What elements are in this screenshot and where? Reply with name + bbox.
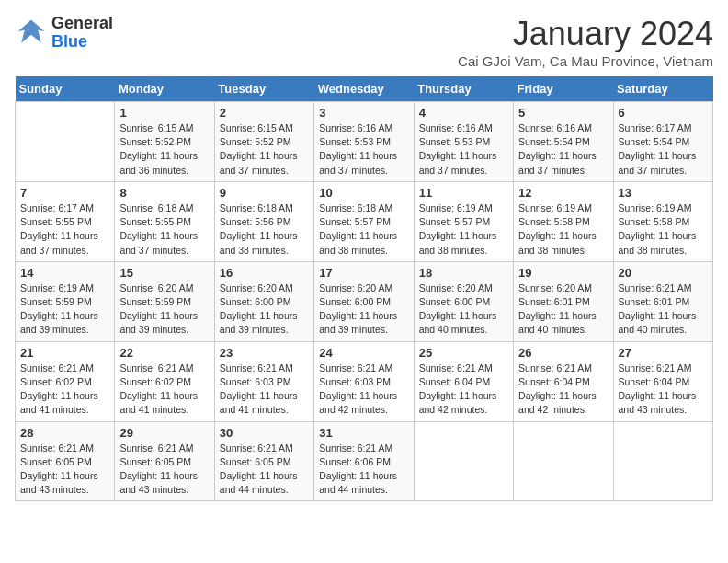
day-number: 9: [220, 186, 309, 200]
day-header-monday: Monday: [115, 76, 214, 102]
day-number: 11: [419, 186, 508, 200]
day-details: Sunrise: 6:15 AMSunset: 5:52 PMDaylight:…: [220, 121, 309, 178]
calendar-cell: 30Sunrise: 6:21 AMSunset: 6:05 PMDayligh…: [214, 421, 313, 501]
calendar-cell: 24Sunrise: 6:21 AMSunset: 6:03 PMDayligh…: [314, 341, 414, 421]
title-area: January 2024 Cai GJoi Vam, Ca Mau Provin…: [458, 15, 713, 69]
day-details: Sunrise: 6:21 AMSunset: 6:04 PMDaylight:…: [619, 362, 708, 418]
day-details: Sunrise: 6:21 AMSunset: 6:05 PMDaylight:…: [119, 442, 209, 498]
calendar-week-row: 14Sunrise: 6:19 AMSunset: 5:59 PMDayligh…: [16, 261, 713, 341]
day-details: Sunrise: 6:17 AMSunset: 5:55 PMDaylight:…: [20, 201, 109, 258]
day-header-wednesday: Wednesday: [314, 76, 414, 102]
day-header-friday: Friday: [514, 76, 613, 102]
day-number: 21: [20, 346, 109, 360]
calendar-cell: 17Sunrise: 6:20 AMSunset: 6:00 PMDayligh…: [314, 261, 414, 341]
calendar-cell: 2Sunrise: 6:15 AMSunset: 5:52 PMDaylight…: [214, 102, 313, 182]
day-number: 2: [220, 106, 309, 120]
day-details: Sunrise: 6:21 AMSunset: 6:04 PMDaylight:…: [419, 362, 508, 418]
day-number: 26: [518, 346, 608, 360]
calendar-cell: 26Sunrise: 6:21 AMSunset: 6:04 PMDayligh…: [514, 341, 613, 421]
calendar-cell: 15Sunrise: 6:20 AMSunset: 5:59 PMDayligh…: [115, 261, 214, 341]
day-number: 24: [319, 346, 408, 360]
calendar-cell: 8Sunrise: 6:18 AMSunset: 5:55 PMDaylight…: [115, 181, 214, 261]
calendar-week-row: 28Sunrise: 6:21 AMSunset: 6:05 PMDayligh…: [16, 421, 713, 501]
day-number: 30: [220, 426, 309, 440]
day-number: 23: [220, 346, 309, 360]
calendar-cell: 27Sunrise: 6:21 AMSunset: 6:04 PMDayligh…: [613, 341, 712, 421]
day-number: 17: [319, 266, 408, 280]
day-number: 10: [319, 186, 408, 200]
day-number: 31: [319, 426, 408, 440]
logo-text: General Blue: [51, 15, 113, 52]
calendar-cell: 16Sunrise: 6:20 AMSunset: 6:00 PMDayligh…: [214, 261, 313, 341]
calendar-cell: 11Sunrise: 6:19 AMSunset: 5:57 PMDayligh…: [414, 181, 513, 261]
calendar-week-row: 7Sunrise: 6:17 AMSunset: 5:55 PMDaylight…: [16, 181, 713, 261]
day-details: Sunrise: 6:21 AMSunset: 6:01 PMDaylight:…: [619, 282, 708, 338]
day-details: Sunrise: 6:19 AMSunset: 5:57 PMDaylight:…: [419, 201, 508, 258]
logo-icon: [15, 17, 48, 50]
day-header-sunday: Sunday: [16, 76, 115, 102]
day-header-saturday: Saturday: [613, 76, 712, 102]
day-number: 6: [619, 106, 708, 120]
day-details: Sunrise: 6:21 AMSunset: 6:02 PMDaylight:…: [119, 362, 209, 418]
calendar-cell: 7Sunrise: 6:17 AMSunset: 5:55 PMDaylight…: [16, 181, 115, 261]
day-details: Sunrise: 6:16 AMSunset: 5:53 PMDaylight:…: [319, 121, 408, 178]
day-details: Sunrise: 6:21 AMSunset: 6:03 PMDaylight:…: [220, 362, 309, 418]
location-text: Cai GJoi Vam, Ca Mau Province, Vietnam: [458, 53, 713, 69]
day-number: 16: [220, 266, 309, 280]
calendar-cell: 23Sunrise: 6:21 AMSunset: 6:03 PMDayligh…: [214, 341, 313, 421]
calendar-cell: 12Sunrise: 6:19 AMSunset: 5:58 PMDayligh…: [514, 181, 613, 261]
day-details: Sunrise: 6:21 AMSunset: 6:05 PMDaylight:…: [220, 442, 309, 498]
calendar-table: SundayMondayTuesdayWednesdayThursdayFrid…: [15, 76, 713, 501]
calendar-cell: 31Sunrise: 6:21 AMSunset: 6:06 PMDayligh…: [314, 421, 414, 501]
calendar-cell: 21Sunrise: 6:21 AMSunset: 6:02 PMDayligh…: [16, 341, 115, 421]
day-number: 7: [20, 186, 109, 200]
calendar-cell: 6Sunrise: 6:17 AMSunset: 5:54 PMDaylight…: [613, 102, 712, 182]
day-number: 22: [119, 346, 209, 360]
calendar-cell: 29Sunrise: 6:21 AMSunset: 6:05 PMDayligh…: [115, 421, 214, 501]
day-details: Sunrise: 6:16 AMSunset: 5:54 PMDaylight:…: [518, 121, 608, 178]
calendar-cell: 9Sunrise: 6:18 AMSunset: 5:56 PMDaylight…: [214, 181, 313, 261]
calendar-cell: 1Sunrise: 6:15 AMSunset: 5:52 PMDaylight…: [115, 102, 214, 182]
calendar-cell: 10Sunrise: 6:18 AMSunset: 5:57 PMDayligh…: [314, 181, 414, 261]
calendar-week-row: 1Sunrise: 6:15 AMSunset: 5:52 PMDaylight…: [16, 102, 713, 182]
day-number: 3: [319, 106, 408, 120]
day-number: 1: [119, 106, 209, 120]
calendar-cell: 22Sunrise: 6:21 AMSunset: 6:02 PMDayligh…: [115, 341, 214, 421]
day-number: 5: [518, 106, 608, 120]
day-details: Sunrise: 6:20 AMSunset: 6:01 PMDaylight:…: [518, 282, 608, 338]
day-number: 20: [619, 266, 708, 280]
day-details: Sunrise: 6:19 AMSunset: 5:58 PMDaylight:…: [518, 201, 608, 258]
day-number: 27: [619, 346, 708, 360]
calendar-cell: [16, 102, 115, 182]
day-details: Sunrise: 6:19 AMSunset: 5:59 PMDaylight:…: [20, 282, 109, 338]
calendar-cell: 14Sunrise: 6:19 AMSunset: 5:59 PMDayligh…: [16, 261, 115, 341]
day-details: Sunrise: 6:20 AMSunset: 5:59 PMDaylight:…: [119, 282, 209, 338]
day-number: 19: [518, 266, 608, 280]
logo: General Blue: [15, 15, 113, 52]
day-header-tuesday: Tuesday: [214, 76, 313, 102]
day-number: 25: [419, 346, 508, 360]
calendar-week-row: 21Sunrise: 6:21 AMSunset: 6:02 PMDayligh…: [16, 341, 713, 421]
calendar-cell: 20Sunrise: 6:21 AMSunset: 6:01 PMDayligh…: [613, 261, 712, 341]
calendar-cell: 4Sunrise: 6:16 AMSunset: 5:53 PMDaylight…: [414, 102, 513, 182]
day-details: Sunrise: 6:16 AMSunset: 5:53 PMDaylight:…: [419, 121, 508, 178]
calendar-cell: 25Sunrise: 6:21 AMSunset: 6:04 PMDayligh…: [414, 341, 513, 421]
day-number: 13: [619, 186, 708, 200]
day-header-thursday: Thursday: [414, 76, 513, 102]
day-number: 18: [419, 266, 508, 280]
day-number: 28: [20, 426, 109, 440]
day-details: Sunrise: 6:20 AMSunset: 6:00 PMDaylight:…: [419, 282, 508, 338]
day-number: 8: [119, 186, 209, 200]
day-number: 14: [20, 266, 109, 280]
day-details: Sunrise: 6:15 AMSunset: 5:52 PMDaylight:…: [119, 121, 209, 178]
day-details: Sunrise: 6:17 AMSunset: 5:54 PMDaylight:…: [619, 121, 708, 178]
day-details: Sunrise: 6:21 AMSunset: 6:06 PMDaylight:…: [319, 442, 408, 498]
day-details: Sunrise: 6:18 AMSunset: 5:55 PMDaylight:…: [119, 201, 209, 258]
calendar-cell: 13Sunrise: 6:19 AMSunset: 5:58 PMDayligh…: [613, 181, 712, 261]
day-details: Sunrise: 6:21 AMSunset: 6:03 PMDaylight:…: [319, 362, 408, 418]
day-details: Sunrise: 6:18 AMSunset: 5:56 PMDaylight:…: [220, 201, 309, 258]
day-number: 12: [518, 186, 608, 200]
day-details: Sunrise: 6:19 AMSunset: 5:58 PMDaylight:…: [619, 201, 708, 258]
day-details: Sunrise: 6:20 AMSunset: 6:00 PMDaylight:…: [319, 282, 408, 338]
day-details: Sunrise: 6:21 AMSunset: 6:02 PMDaylight:…: [20, 362, 109, 418]
